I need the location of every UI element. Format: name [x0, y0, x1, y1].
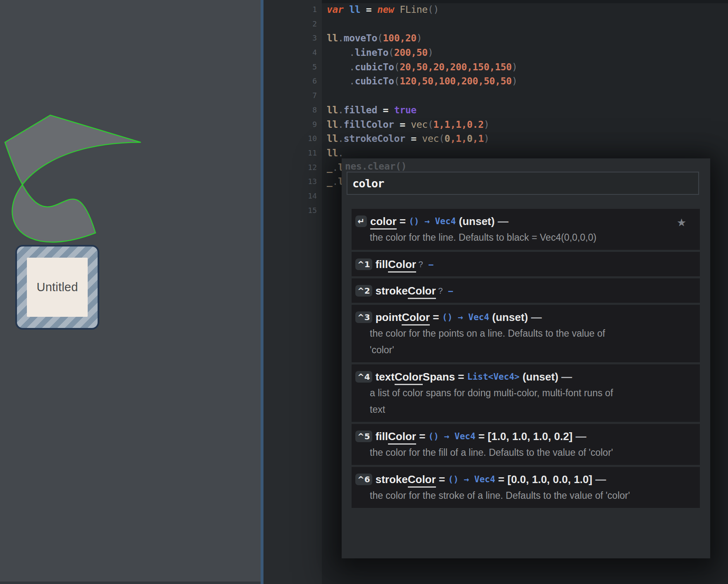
completion-name-pre: fill [376, 430, 388, 443]
code-token: () [428, 4, 439, 15]
signature-segment: = [416, 430, 429, 443]
code-text[interactable]: .cubicTo(20,50,20,200,150,150) [322, 60, 517, 74]
code-token: ( [428, 119, 433, 130]
line-number: 13 [263, 175, 322, 189]
code-text[interactable]: ll.moveTo(100,20) [322, 31, 422, 45]
untitled-label: Untitled [37, 280, 78, 294]
field-editor-app: Untitled 1var ll = new FLine()23ll.moveT… [0, 0, 728, 584]
shortcut-badge: ^3 [355, 311, 372, 323]
code-line: 1var ll = new FLine() [263, 2, 728, 17]
untitled-box[interactable]: Untitled [15, 245, 99, 330]
code-token: . [338, 105, 344, 115]
code-text[interactable] [322, 203, 327, 218]
completion-list: ↵color = () → Vec4 (unset) —the color fo… [352, 209, 700, 510]
line-number: 3 [263, 31, 322, 45]
code-token: new [377, 4, 400, 15]
shortcut-badge: ^2 [355, 285, 372, 297]
completion-item-1[interactable]: ↵color = () → Vec4 (unset) —the color fo… [352, 209, 700, 250]
completion-item-3[interactable]: ^2strokeColor ? – [352, 278, 700, 303]
completion-name-pre: text [376, 371, 395, 383]
completion-item-4[interactable]: ^3pointColor = () → Vec4 (unset) —the co… [352, 305, 700, 362]
line-number: 1 [263, 2, 322, 17]
signature-segment: () [442, 312, 453, 322]
completion-name: strokeColor [376, 473, 436, 486]
code-text[interactable]: ll. [322, 146, 344, 160]
code-line: 8ll.filled = true [263, 103, 728, 117]
code-token: ll [327, 119, 338, 130]
code-token: cubicTo [355, 62, 394, 72]
completion-query-input[interactable] [347, 172, 699, 195]
code-token: ll [327, 133, 338, 144]
code-text[interactable]: .lineTo(200,50) [322, 45, 433, 60]
panel-divider[interactable] [261, 0, 263, 584]
completion-item-2[interactable]: ^1fillColor ? – [352, 252, 700, 276]
code-text[interactable]: _.l [322, 175, 344, 189]
code-token: 0 [467, 133, 473, 144]
code-text[interactable]: ll.fillColor = vec(1,1,1,0.2) [322, 117, 489, 132]
code-token: 0 [445, 133, 450, 144]
completion-title-row: ^3pointColor = () → Vec4 (unset) — [355, 311, 693, 324]
shortcut-badge: ^4 [355, 371, 372, 383]
line-number: 7 [263, 89, 322, 103]
line-number: 12 [263, 160, 322, 175]
untitled-box-inner: Untitled [27, 258, 88, 317]
code-text[interactable] [322, 17, 327, 31]
code-token: 100,20 [383, 33, 417, 43]
code-token: var [327, 4, 349, 15]
signature-segment: → [459, 474, 474, 484]
code-token: filled [344, 105, 377, 115]
code-token: ll [327, 148, 338, 158]
code-token: ) [417, 33, 422, 43]
completion-item-7[interactable]: ^6strokeColor = () → Vec4 = [0.0, 1.0, 0… [352, 467, 700, 508]
code-token: ) [512, 62, 517, 72]
code-token: . [349, 62, 355, 72]
line-number: 14 [263, 189, 322, 203]
code-text[interactable]: _.l [322, 160, 344, 175]
code-text[interactable]: ll.filled = true [322, 103, 417, 117]
completion-description: 'color' [370, 343, 693, 357]
code-line: 9ll.fillColor = vec(1,1,1,0.2) [263, 117, 728, 132]
completion-name-post: Spans [423, 371, 455, 383]
code-text[interactable]: ll.strokeColor = vec(0,1,0,1) [322, 132, 489, 146]
completion-name-match: color [370, 215, 397, 230]
code-token: ll [327, 105, 338, 115]
code-text[interactable] [322, 189, 327, 203]
code-token: . [349, 47, 355, 58]
panel-bottom-strip [0, 582, 261, 584]
completion-name: fillColor [376, 258, 416, 271]
signature-segment: () [409, 216, 419, 226]
code-token: ) [428, 47, 433, 58]
signature-segment: = [397, 215, 409, 228]
completion-name-match: Color [395, 371, 423, 385]
signature-segment: (unset) [489, 311, 528, 324]
code-text[interactable] [322, 89, 327, 103]
line-number: 2 [263, 17, 322, 31]
signature-segment: [1.0, 1.0, 1.0, 0.2] [488, 430, 572, 443]
shortcut-badge: ^6 [355, 474, 372, 485]
line-number: 11 [263, 146, 322, 160]
canvas-panel: Untitled [0, 0, 261, 584]
completion-name: pointColor [376, 311, 430, 324]
completion-description: the color for the points on a line. Defa… [370, 327, 693, 340]
code-token: . [338, 33, 344, 43]
signature-segment: — [558, 371, 572, 383]
signature-segment: — [495, 215, 508, 228]
completion-item-5[interactable]: ^4textColorSpans = List<Vec4> (unset) —a… [352, 364, 700, 422]
code-text[interactable]: .cubicTo(120,50,100,200,50,50) [322, 74, 517, 89]
completion-name-match: Color [388, 430, 416, 445]
favorite-star-icon[interactable]: ★ [677, 216, 686, 229]
code-text[interactable]: var ll = new FLine() [322, 2, 439, 17]
code-line: 7 [263, 89, 728, 103]
completion-item-6[interactable]: ^5fillColor = () → Vec4 = [1.0, 1.0, 1.0… [352, 424, 700, 465]
signature-segment: [0.0, 1.0, 0.0, 1.0] [508, 473, 592, 486]
code-token: . [338, 148, 344, 158]
code-line: 10ll.strokeColor = vec(0,1,0,1) [263, 132, 728, 146]
completion-description: a list of color spans for doing multi-co… [370, 386, 693, 400]
completion-title-row: ^6strokeColor = () → Vec4 = [0.0, 1.0, 0… [355, 473, 693, 486]
completion-name: strokeColor [376, 285, 436, 297]
code-token: = [405, 133, 422, 144]
signature-segment: ? [416, 260, 423, 269]
signature-segment: Vec4 [468, 312, 489, 322]
line-number: 8 [263, 103, 322, 117]
code-token: _ [327, 162, 333, 173]
